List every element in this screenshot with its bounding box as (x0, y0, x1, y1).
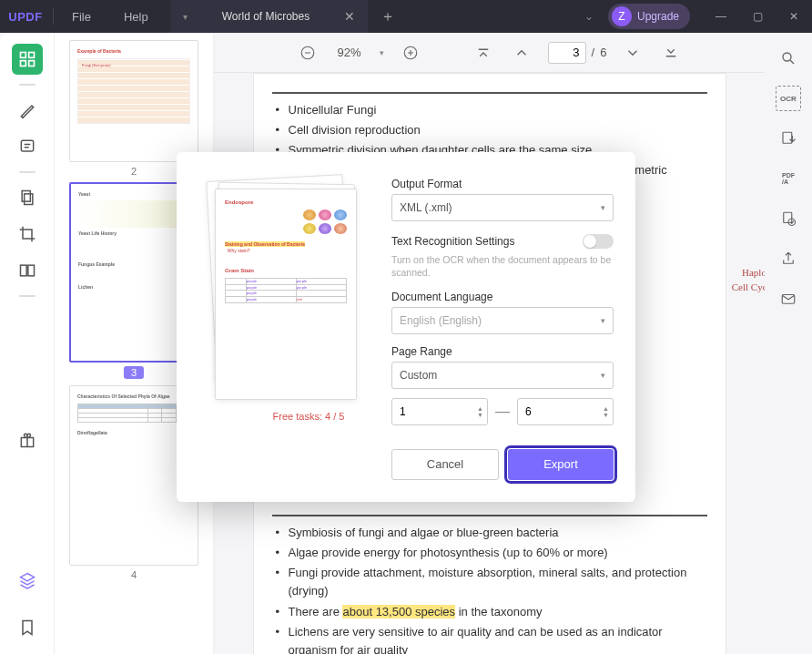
ocr-label: Text Recognition Settings (391, 235, 514, 248)
compare-button[interactable] (12, 255, 43, 286)
svg-rect-0 (20, 53, 25, 58)
app-logo: UPDF (0, 10, 51, 24)
right-rail: OCR PDF/A (765, 33, 812, 654)
minimize-icon[interactable]: — (703, 0, 739, 33)
layers-button[interactable] (12, 565, 43, 596)
handwritten-annotation: Cell Cycle (732, 280, 765, 295)
add-tab-button[interactable]: ＋ (368, 7, 408, 26)
zoom-in-button[interactable] (399, 41, 422, 65)
ocr-description: Turn on the OCR when the document appear… (391, 254, 614, 279)
document-tab[interactable]: ▾ World of Microbes ✕ (170, 0, 368, 33)
chevron-down-icon: ▾ (601, 203, 605, 212)
convert-button[interactable] (776, 206, 801, 231)
next-page-button[interactable] (621, 41, 645, 65)
bullet-item: Lichens are very sensitive to air qualit… (276, 623, 707, 654)
tab-title: World of Microbes (206, 10, 326, 23)
svg-rect-8 (24, 194, 32, 205)
svg-rect-2 (20, 61, 25, 66)
page-range-label: Page Range (391, 345, 614, 358)
titlebar: UPDF File Help ▾ World of Microbes ✕ ＋ ⌄… (0, 0, 812, 33)
svg-rect-1 (28, 53, 34, 58)
maximize-icon[interactable]: ▢ (739, 0, 776, 33)
export-button[interactable]: Export (508, 449, 614, 480)
highlighter-button[interactable] (12, 95, 43, 126)
output-format-label: Output Format (391, 178, 614, 190)
page-manager-button[interactable] (12, 182, 43, 213)
reduce-size-button[interactable] (776, 126, 801, 151)
svg-rect-10 (27, 265, 34, 276)
close-tab-icon[interactable]: ✕ (344, 9, 355, 24)
svg-rect-4 (21, 140, 33, 151)
ocr-toggle[interactable] (583, 234, 614, 249)
menu-file[interactable]: File (56, 10, 107, 24)
top-toolbar: 92% ▾ / 6 (214, 33, 765, 73)
language-label: Document Language (391, 291, 614, 303)
last-page-button[interactable] (659, 41, 683, 65)
page-range-select[interactable]: Custom▾ (391, 362, 614, 389)
svg-rect-9 (20, 265, 26, 276)
svg-rect-7 (22, 191, 30, 202)
thumbnail-number: 3 (124, 366, 144, 379)
handwritten-annotation: Haploid (742, 265, 765, 281)
ocr-button[interactable]: OCR (776, 86, 801, 111)
free-tasks-counter: Free tasks: 4 / 5 (273, 411, 345, 422)
total-pages: 6 (600, 46, 606, 59)
thumbnail-number: 4 (69, 569, 198, 580)
chevron-down-icon: ▾ (601, 371, 605, 380)
export-modal: Endospore Staining and Observation of Ba… (177, 152, 635, 501)
first-page-button[interactable] (472, 41, 495, 65)
bullet-item: Cell division reproduction (276, 121, 707, 139)
close-window-icon[interactable]: ✕ (776, 0, 812, 33)
output-format-select[interactable]: XML (.xml)▾ (391, 194, 614, 221)
bullet-item: Unicellular Fungi (276, 101, 707, 119)
left-rail (0, 33, 55, 654)
stepper-down-icon[interactable]: ▼ (477, 412, 483, 418)
cancel-button[interactable]: Cancel (391, 449, 499, 480)
range-dash: — (495, 404, 510, 420)
stepper-down-icon[interactable]: ▼ (603, 412, 609, 418)
gift-button[interactable] (12, 424, 43, 455)
svg-rect-22 (783, 132, 792, 143)
stepper-up-icon[interactable]: ▲ (603, 405, 609, 412)
avatar: Z (612, 6, 632, 26)
range-from-input[interactable]: 1 ▲▼ (391, 398, 488, 425)
share-icon[interactable] (776, 246, 801, 271)
stepper-up-icon[interactable]: ▲ (477, 405, 483, 412)
zoom-dropdown-icon[interactable]: ▾ (380, 48, 384, 57)
svg-line-21 (790, 60, 794, 64)
zoom-out-button[interactable] (296, 41, 320, 65)
search-icon[interactable] (776, 46, 801, 71)
comments-button[interactable] (12, 131, 43, 162)
bullet-item: Symbiosis of fungi and algae or blue-gre… (276, 524, 707, 542)
pdfa-button[interactable]: PDF/A (776, 166, 801, 191)
range-to-input[interactable]: 6 ▲▼ (517, 398, 614, 425)
bullet-item: Algae provide energy for photosynthesis … (276, 544, 707, 562)
window-dropdown-icon[interactable]: ⌄ (570, 10, 608, 23)
page-separator: / (592, 46, 595, 59)
svg-point-20 (783, 53, 791, 61)
language-select[interactable]: English (English)▾ (391, 307, 614, 334)
tab-dropdown-icon[interactable]: ▾ (183, 12, 188, 22)
bullet-item: Fungi provide attachment, moisture absor… (276, 564, 707, 600)
svg-rect-3 (28, 61, 34, 66)
bookmark-button[interactable] (12, 612, 43, 643)
zoom-value: 92% (334, 46, 365, 59)
prev-page-button[interactable] (510, 41, 533, 65)
preview-stack: Endospore Staining and Observation of Ba… (211, 178, 360, 400)
bullet-item: There are about 13,500 species in the ta… (276, 603, 707, 621)
chevron-down-icon: ▾ (601, 316, 605, 325)
crop-button[interactable] (12, 219, 43, 250)
email-icon[interactable] (776, 286, 801, 312)
svg-rect-24 (784, 212, 792, 222)
upgrade-button[interactable]: Z Upgrade (608, 4, 690, 29)
menu-help[interactable]: Help (107, 10, 165, 24)
page-input[interactable] (548, 42, 586, 64)
thumbnails-button[interactable] (12, 44, 43, 75)
